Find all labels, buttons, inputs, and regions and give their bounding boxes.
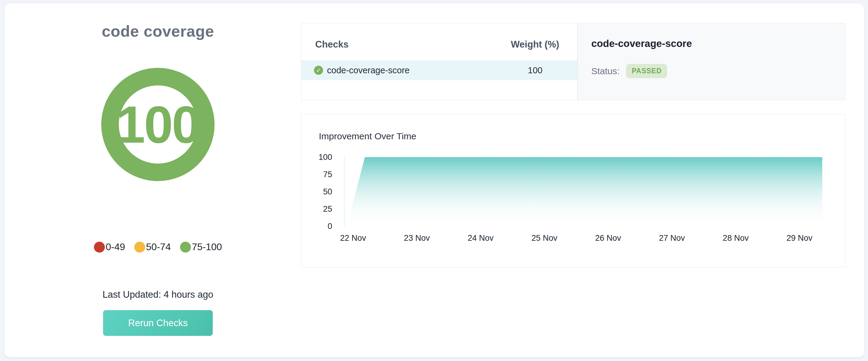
check-name-cell: ✓ code-coverage-score	[314, 65, 528, 75]
legend-dot	[180, 242, 191, 253]
score-panel: code coverage 100 0-4950-7475-100 Last U…	[4, 3, 311, 357]
x-axis-tick-label: 29 Nov	[777, 233, 822, 243]
legend-label: 0-49	[106, 241, 125, 253]
page-title: code coverage	[4, 22, 311, 40]
last-updated-text: Last Updated: 4 hours ago	[4, 289, 311, 300]
x-axis-tick-label: 25 Nov	[522, 233, 567, 243]
area-chart-plot	[344, 157, 825, 226]
y-axis: 1007550250	[301, 157, 332, 226]
status-label: Status:	[591, 66, 619, 76]
x-axis-tick-label: 26 Nov	[586, 233, 631, 243]
legend-item: 50-74	[134, 241, 171, 253]
legend-label: 75-100	[192, 241, 222, 253]
score-value: 100	[116, 95, 200, 155]
y-axis-line	[344, 157, 345, 226]
x-axis-tick-label: 28 Nov	[713, 233, 758, 243]
y-axis-tick-label: 0	[301, 221, 332, 231]
y-axis-tick-label: 100	[301, 152, 332, 162]
legend-dot	[134, 242, 145, 253]
status-badge: PASSED	[626, 64, 667, 78]
score-gauge-ring: 100	[101, 68, 215, 181]
check-detail-panel: code-coverage-score Status: PASSED	[578, 23, 845, 100]
area-series	[347, 157, 822, 226]
y-axis-tick-label: 75	[301, 170, 332, 179]
check-detail-title: code-coverage-score	[591, 38, 692, 50]
x-axis-tick-label: 24 Nov	[458, 233, 503, 243]
check-name-label: code-coverage-score	[327, 65, 409, 75]
check-circle-icon: ✓	[314, 66, 323, 75]
x-axis-tick-label: 22 Nov	[330, 233, 376, 243]
status-line: Status: PASSED	[591, 64, 667, 78]
checks-table-card: Checks Weight (%) ✓ code-coverage-score …	[301, 23, 578, 100]
y-axis-tick-label: 25	[301, 204, 332, 214]
dashboard-card: code coverage 100 0-4950-7475-100 Last U…	[4, 3, 864, 357]
rerun-checks-button[interactable]: Rerun Checks	[103, 310, 213, 336]
chart-title: Improvement Over Time	[319, 131, 416, 141]
checks-table-header: Checks Weight (%)	[315, 39, 559, 50]
check-weight-cell: 100	[528, 65, 542, 75]
y-axis-tick-label: 50	[301, 187, 332, 197]
legend-item: 75-100	[180, 241, 222, 253]
legend-item: 0-49	[94, 241, 125, 253]
weight-column-header: Weight (%)	[511, 39, 559, 50]
x-axis-tick-label: 27 Nov	[649, 233, 695, 243]
improvement-chart-card: Improvement Over Time 1007550250 22 Nov2…	[301, 114, 845, 268]
checks-column-header: Checks	[315, 39, 348, 50]
legend-label: 50-74	[146, 241, 171, 253]
legend-dot	[94, 242, 105, 253]
x-axis: 22 Nov23 Nov24 Nov25 Nov26 Nov27 Nov28 N…	[344, 233, 825, 244]
x-axis-tick-label: 23 Nov	[394, 233, 439, 243]
score-legend: 0-4950-7475-100	[4, 241, 311, 253]
table-row[interactable]: ✓ code-coverage-score 100	[301, 60, 577, 80]
page-background: code coverage 100 0-4950-7475-100 Last U…	[0, 0, 868, 361]
